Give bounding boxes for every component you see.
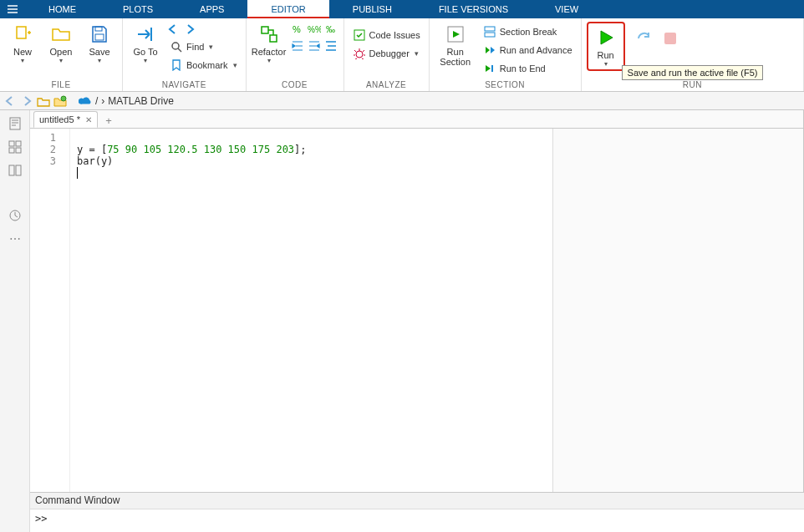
goto-label: Go To bbox=[133, 47, 157, 57]
run-button[interactable]: Run ▾ bbox=[590, 25, 622, 68]
command-prompt: >> bbox=[35, 513, 47, 524]
code-issues-label: Code Issues bbox=[369, 30, 420, 40]
code-line-1b: ]; bbox=[294, 144, 306, 155]
run-advance-label: Run and Advance bbox=[500, 45, 572, 55]
code-line-1a: y = [ bbox=[77, 144, 107, 155]
breadcrumb-sep: / bbox=[95, 95, 98, 107]
refactor-label: Refactor bbox=[252, 47, 287, 57]
nav-fwd-icon[interactable] bbox=[183, 22, 198, 37]
history-icon[interactable] bbox=[7, 207, 23, 224]
search-icon bbox=[170, 40, 183, 53]
command-window-body[interactable]: >> bbox=[30, 509, 804, 532]
new-button[interactable]: New ▾ bbox=[5, 22, 40, 64]
open-button[interactable]: Open ▾ bbox=[43, 22, 79, 64]
close-icon[interactable]: ✕ bbox=[85, 115, 92, 124]
code-line-2: bar(y) bbox=[77, 155, 113, 167]
tab-publish[interactable]: PUBLISH bbox=[329, 0, 415, 18]
top-tab-bar: HOME PLOTS APPS EDITOR PUBLISH FILE VERS… bbox=[0, 0, 804, 18]
editor-right-margin bbox=[552, 129, 803, 532]
chevron-down-icon: ▾ bbox=[209, 43, 213, 51]
wrap-comment-icon[interactable]: ‰ bbox=[323, 22, 338, 37]
debugger-button[interactable]: Debugger ▾ bbox=[349, 45, 424, 62]
svg-rect-18 bbox=[16, 141, 21, 146]
tab-view[interactable]: VIEW bbox=[532, 0, 602, 18]
bookmark-label: Bookmark bbox=[186, 60, 228, 70]
section-break-button[interactable]: Section Break bbox=[480, 23, 576, 40]
goto-button[interactable]: Go To ▾ bbox=[128, 22, 163, 64]
tab-file-versions[interactable]: FILE VERSIONS bbox=[415, 0, 532, 18]
stop-button[interactable] bbox=[659, 28, 682, 48]
svg-rect-0 bbox=[17, 27, 26, 38]
main: ⋯ untitled5 * ✕ + 1 2 3 y = [75 90 105 1… bbox=[0, 110, 804, 532]
indent-icon[interactable] bbox=[290, 38, 305, 53]
code-editor[interactable]: 1 2 3 y = [75 90 105 120.5 130 150 175 2… bbox=[30, 129, 803, 532]
left-gutter: ⋯ bbox=[0, 110, 30, 532]
bookmark-button[interactable]: Bookmark ▾ bbox=[166, 57, 241, 73]
run-button-highlight: Run ▾ bbox=[587, 22, 625, 71]
new-file-icon bbox=[12, 23, 33, 45]
open-label: Open bbox=[50, 47, 73, 57]
open-folder-icon bbox=[50, 23, 72, 45]
run-to-end-button[interactable]: Run to End bbox=[480, 60, 576, 77]
run-to-end-label: Run to End bbox=[500, 63, 546, 73]
svg-rect-5 bbox=[270, 35, 277, 42]
menu-icon[interactable] bbox=[0, 0, 25, 18]
tab-plots[interactable]: PLOTS bbox=[99, 0, 176, 18]
svg-rect-21 bbox=[9, 165, 14, 175]
cloud-icon[interactable] bbox=[79, 94, 92, 108]
text-cursor bbox=[77, 167, 78, 179]
run-label: Run bbox=[597, 50, 613, 60]
run-section-button[interactable]: Run Section bbox=[435, 22, 476, 67]
svg-rect-4 bbox=[262, 27, 268, 33]
uncomment-icon[interactable]: %% bbox=[307, 22, 322, 37]
svg-point-3 bbox=[172, 43, 179, 49]
svg-rect-12 bbox=[485, 27, 495, 31]
svg-rect-19 bbox=[9, 148, 14, 153]
group-run: Run ▾ Save and run the active file (F5) … bbox=[582, 18, 804, 91]
group-label-analyze: ANALYZE bbox=[349, 80, 424, 91]
chevron-down-icon: ▾ bbox=[415, 49, 419, 58]
svg-rect-20 bbox=[16, 148, 21, 153]
find-button[interactable]: Find ▾ bbox=[166, 38, 241, 55]
tab-apps[interactable]: APPS bbox=[176, 0, 247, 18]
svg-text:%: % bbox=[293, 24, 301, 34]
smart-indent-icon[interactable] bbox=[323, 38, 338, 53]
comment-icon[interactable]: % bbox=[290, 22, 305, 37]
outdent-icon[interactable] bbox=[307, 38, 322, 53]
grid-view-icon[interactable] bbox=[7, 139, 23, 155]
code-issues-icon bbox=[353, 28, 366, 42]
breadcrumb-path[interactable]: / › MATLAB Drive bbox=[95, 95, 174, 107]
add-tab-button[interactable]: + bbox=[101, 113, 116, 128]
code-text[interactable]: y = [75 90 105 120.5 130 150 175 203]; b… bbox=[70, 129, 552, 532]
run-section-icon bbox=[445, 23, 466, 45]
run-tooltip: Save and run the active file (F5) bbox=[622, 65, 764, 80]
code-issues-button[interactable]: Code Issues bbox=[349, 27, 424, 43]
svg-point-15 bbox=[61, 96, 66, 101]
tab-editor[interactable]: EDITOR bbox=[247, 0, 328, 18]
chevron-down-icon: ▾ bbox=[59, 57, 63, 64]
nav-back-icon[interactable] bbox=[3, 94, 17, 108]
group-label-run: RUN bbox=[587, 80, 798, 91]
group-analyze: Code Issues Debugger ▾ ANALYZE bbox=[344, 18, 430, 91]
compare-icon[interactable] bbox=[7, 162, 23, 179]
folder-browse-icon[interactable] bbox=[53, 94, 67, 108]
more-icon[interactable]: ⋯ bbox=[7, 231, 23, 247]
group-section: Run Section Section Break Run and Advanc… bbox=[430, 18, 582, 91]
nav-back-icon[interactable] bbox=[166, 22, 181, 37]
folder-up-icon[interactable] bbox=[37, 94, 50, 108]
save-icon bbox=[89, 23, 110, 45]
new-label: New bbox=[13, 47, 32, 57]
document-view-icon[interactable] bbox=[7, 115, 23, 132]
ribbon: New ▾ Open ▾ Save ▾ FILE bbox=[0, 18, 804, 92]
editor-tabs: untitled5 * ✕ + bbox=[30, 110, 803, 129]
svg-rect-16 bbox=[10, 118, 20, 129]
refactor-button[interactable]: Refactor ▾ bbox=[252, 22, 287, 64]
step-button[interactable] bbox=[634, 28, 657, 48]
save-button[interactable]: Save ▾ bbox=[82, 22, 117, 64]
nav-forward-icon[interactable] bbox=[20, 94, 33, 108]
file-tab-untitled5[interactable]: untitled5 * ✕ bbox=[33, 111, 98, 128]
goto-icon bbox=[135, 23, 156, 45]
tab-home[interactable]: HOME bbox=[25, 0, 99, 18]
svg-rect-14 bbox=[664, 33, 676, 44]
run-and-advance-button[interactable]: Run and Advance bbox=[480, 42, 576, 58]
